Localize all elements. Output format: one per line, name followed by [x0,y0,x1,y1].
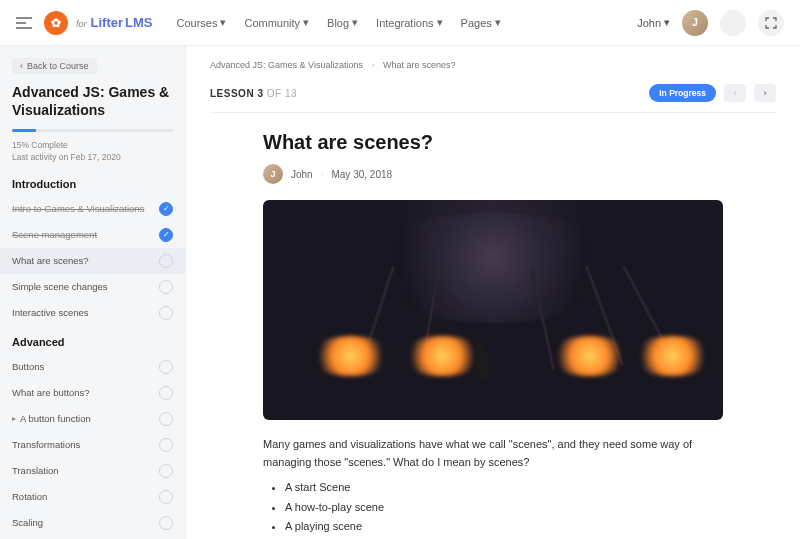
nav-blog[interactable]: Blog▾ [327,16,358,29]
fullscreen-icon[interactable] [758,10,784,36]
circle-icon [159,438,173,452]
circle-icon [159,360,173,374]
nav-pages[interactable]: Pages▾ [461,16,501,29]
chevron-down-icon: ▾ [220,16,226,29]
hero-image [263,200,723,420]
user-avatar[interactable]: J [682,10,708,36]
breadcrumb-separator-icon: › [371,60,374,70]
article-body: Many games and visualizations have what … [263,436,723,539]
circle-icon [159,490,173,504]
nav-courses[interactable]: Courses▾ [176,16,226,29]
nav-community[interactable]: Community▾ [244,16,309,29]
check-icon: ✓ [159,202,173,216]
circle-icon [159,306,173,320]
circle-icon [159,464,173,478]
breadcrumb-lesson: What are scenes? [383,60,456,70]
topbar: ✿ for Lifter LMS Courses▾ Community▾ Blo… [0,0,800,46]
circle-icon [159,254,173,268]
lesson-bar: LESSON 3 OF 13 In Progress ‹ › [210,84,776,113]
section-introduction: Introduction [12,178,173,190]
lesson-item-active[interactable]: What are scenes? [0,248,185,274]
article: What are scenes? J John · May 30, 2018 M… [263,131,723,539]
primary-nav: Courses▾ Community▾ Blog▾ Integrations▾ … [176,16,500,29]
brand[interactable]: ✿ for Lifter LMS [44,11,152,35]
user-menu[interactable]: John▾ [637,16,670,29]
lesson-number: LESSON 3 OF 13 [210,88,297,99]
circle-icon [159,386,173,400]
lesson-item[interactable]: Buttons [12,354,173,380]
circle-icon [159,280,173,294]
user-area: John▾ J [637,10,784,36]
main-content: Advanced JS: Games & Visualizations › Wh… [186,46,800,539]
lesson-item-expandable[interactable]: ▸A button function [12,406,173,432]
author-name[interactable]: John [291,169,313,180]
breadcrumb-course[interactable]: Advanced JS: Games & Visualizations [210,60,363,70]
check-icon: ✓ [159,228,173,242]
progress-fill [12,129,36,132]
chevron-down-icon: ▾ [495,16,501,29]
next-lesson-button[interactable]: › [754,84,776,102]
lesson-item[interactable]: Rotation [12,484,173,510]
lesson-item[interactable]: What are buttons? [12,380,173,406]
separator-dot-icon: · [321,169,324,180]
caret-right-icon: ▸ [12,414,16,423]
article-title: What are scenes? [263,131,723,154]
prev-lesson-button[interactable]: ‹ [724,84,746,102]
chevron-down-icon: ▾ [303,16,309,29]
chevron-down-icon: ▾ [352,16,358,29]
lesson-item[interactable]: Interactive scenes [12,300,173,326]
lesson-item[interactable]: Translation [12,458,173,484]
author-avatar: J [263,164,283,184]
lesson-item[interactable]: Simple scene changes [12,274,173,300]
publish-date: May 30, 2018 [331,169,392,180]
back-to-course-button[interactable]: ‹ Back to Course [12,58,97,74]
chevron-left-icon: ‹ [20,61,23,71]
breadcrumb: Advanced JS: Games & Visualizations › Wh… [210,60,776,70]
byline: J John · May 30, 2018 [263,164,723,184]
chevron-down-icon: ▾ [664,16,670,29]
menu-toggle-icon[interactable] [16,17,32,29]
course-title: Advanced JS: Games & Visualizations [12,84,173,119]
progress-meta: 15% Complete Last activity on Feb 17, 20… [12,140,173,164]
lesson-item[interactable]: Transformations [12,432,173,458]
brand-logo-icon: ✿ [44,11,68,35]
section-advanced: Advanced [12,336,173,348]
progress-bar [12,129,173,132]
brand-text: for Lifter LMS [76,15,152,30]
theme-toggle-icon[interactable] [720,10,746,36]
lesson-item[interactable]: Scene management✓ [12,222,173,248]
lesson-item[interactable]: Scaling [12,510,173,536]
chevron-down-icon: ▾ [437,16,443,29]
lesson-item[interactable]: Intro to Games & Visualizations✓ [12,196,173,222]
circle-icon [159,516,173,530]
status-badge: In Progress [649,84,716,102]
sidebar: ‹ Back to Course Advanced JS: Games & Vi… [0,46,186,539]
nav-integrations[interactable]: Integrations▾ [376,16,442,29]
circle-icon [159,412,173,426]
